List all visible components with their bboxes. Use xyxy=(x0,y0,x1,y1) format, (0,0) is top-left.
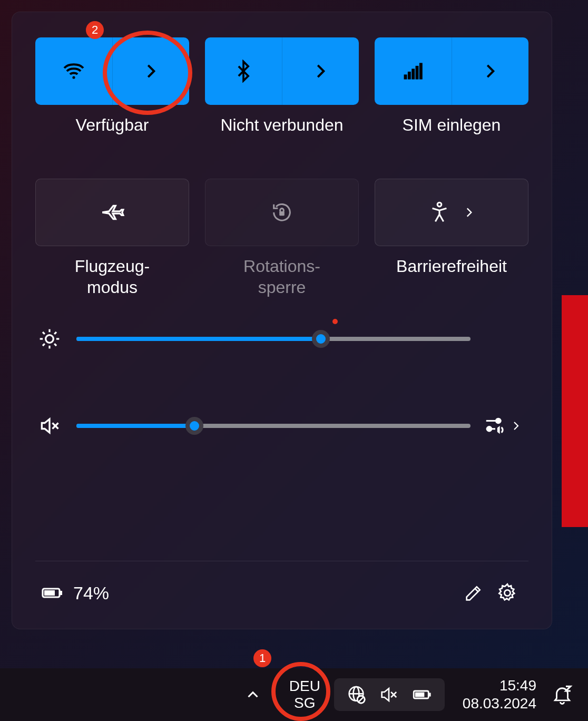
svg-point-24 xyxy=(496,418,501,423)
svg-point-4 xyxy=(72,76,75,79)
tile-airplane[interactable] xyxy=(35,179,189,246)
chevron-right-icon xyxy=(310,61,330,81)
tile-cellular-toggle[interactable] xyxy=(375,37,452,105)
globe-no-internet-icon xyxy=(346,684,367,705)
tile-accessibility-label: Barrierefreiheit xyxy=(396,256,507,299)
svg-rect-28 xyxy=(60,591,62,595)
quick-settings-panel: Verfügbar Nicht verbunden xyxy=(12,12,552,629)
svg-line-30 xyxy=(475,589,478,592)
gear-icon xyxy=(496,582,518,604)
battery-status[interactable]: 74% xyxy=(40,580,109,606)
quick-settings-tile-grid: Verfügbar Nicht verbunden xyxy=(35,37,528,299)
battery-icon xyxy=(40,580,65,606)
pencil-icon xyxy=(463,582,484,603)
volume-slider-thumb[interactable] xyxy=(185,417,203,435)
open-settings-button[interactable] xyxy=(491,576,524,610)
svg-rect-29 xyxy=(44,590,55,596)
brightness-slider[interactable] xyxy=(76,337,471,341)
sound-output-icon xyxy=(483,414,507,438)
volume-slider[interactable] xyxy=(76,424,471,428)
tile-bluetooth xyxy=(205,37,359,105)
svg-rect-5 xyxy=(404,75,406,79)
chevron-right-icon xyxy=(480,61,500,81)
svg-rect-42 xyxy=(415,693,425,697)
wifi-icon xyxy=(61,59,86,84)
svg-point-26 xyxy=(487,427,491,431)
chevron-up-icon xyxy=(244,686,262,704)
volume-muted-icon xyxy=(38,414,61,437)
accessibility-icon xyxy=(427,200,452,225)
bell-snooze-icon xyxy=(551,684,573,706)
svg-line-18 xyxy=(54,344,56,346)
svg-rect-10 xyxy=(279,211,285,216)
volume-row xyxy=(35,414,528,438)
battery-percent-label: 74% xyxy=(73,583,109,603)
bluetooth-icon xyxy=(232,60,255,83)
clock[interactable]: 15:49 08.03.2024 xyxy=(447,677,546,712)
tile-bluetooth-label: Nicht verbunden xyxy=(220,114,343,158)
svg-point-12 xyxy=(46,335,54,343)
tile-rotation-lock-label: Rotations- sperre xyxy=(243,256,320,299)
svg-rect-9 xyxy=(420,63,422,79)
svg-rect-8 xyxy=(416,66,418,79)
tile-cellular-expand[interactable] xyxy=(452,37,529,105)
taskbar-tray: DEU SG 15:49 xyxy=(230,677,584,712)
volume-muted-icon xyxy=(378,684,399,705)
tile-cellular xyxy=(375,37,528,105)
brightness-icon-wrap xyxy=(35,327,64,350)
brightness-row xyxy=(35,327,528,350)
chevron-right-icon xyxy=(462,206,476,219)
language-secondary: SG xyxy=(294,695,315,712)
quick-settings-sliders xyxy=(35,327,528,438)
tile-bluetooth-toggle[interactable] xyxy=(205,37,282,105)
signal-bars-icon xyxy=(401,60,425,83)
tile-wifi-label: Verfügbar xyxy=(76,114,149,158)
tile-wifi xyxy=(35,37,189,105)
tile-airplane-label: Flugzeug- modus xyxy=(75,256,150,299)
tile-airplane-wrap: Flugzeug- modus xyxy=(35,179,189,299)
brightness-slider-thumb[interactable] xyxy=(312,330,330,348)
volume-icon-wrap[interactable] xyxy=(35,414,64,437)
airplane-icon xyxy=(99,199,125,226)
desktop-background-accent xyxy=(562,295,588,527)
clock-time: 15:49 xyxy=(499,677,536,695)
language-primary: DEU xyxy=(289,678,320,695)
svg-point-31 xyxy=(504,590,510,596)
svg-line-20 xyxy=(54,332,56,334)
svg-rect-41 xyxy=(429,693,431,697)
taskbar: DEU SG 15:49 xyxy=(0,668,588,721)
tile-accessibility[interactable] xyxy=(375,179,528,246)
sound-output-button[interactable] xyxy=(483,414,528,438)
tile-wifi-expand[interactable] xyxy=(113,37,190,105)
tile-cellular-wrap: SIM einlegen xyxy=(375,37,528,158)
svg-rect-7 xyxy=(412,69,414,79)
svg-rect-6 xyxy=(408,72,410,79)
language-indicator[interactable]: DEU SG xyxy=(278,678,332,712)
chevron-right-icon xyxy=(509,420,522,432)
annotation-badge-1: 1 xyxy=(253,649,271,667)
clock-date: 08.03.2024 xyxy=(463,695,536,713)
network-tray-group[interactable] xyxy=(334,678,445,711)
chevron-right-icon xyxy=(141,61,161,81)
edit-quick-settings-button[interactable] xyxy=(457,576,491,610)
tile-accessibility-wrap: Barrierefreiheit xyxy=(375,179,528,299)
svg-line-19 xyxy=(43,344,45,346)
tile-cellular-label: SIM einlegen xyxy=(403,114,501,158)
svg-point-11 xyxy=(437,202,442,207)
tile-bluetooth-wrap: Nicht verbunden xyxy=(205,37,359,158)
tile-wifi-wrap: Verfügbar xyxy=(35,37,189,158)
notifications-button[interactable] xyxy=(548,684,584,706)
annotation-red-dot xyxy=(332,319,338,324)
tray-overflow-button[interactable] xyxy=(230,686,276,704)
battery-icon xyxy=(411,684,433,706)
svg-line-17 xyxy=(43,332,45,334)
quick-settings-footer: 74% xyxy=(35,561,528,616)
brightness-icon xyxy=(38,327,61,350)
tile-bluetooth-expand[interactable] xyxy=(282,37,359,105)
tile-rotation-lock-wrap: Rotations- sperre xyxy=(205,179,359,299)
rotation-lock-icon xyxy=(270,200,294,225)
tile-rotation-lock xyxy=(205,179,359,246)
tile-wifi-toggle[interactable] xyxy=(35,37,113,105)
